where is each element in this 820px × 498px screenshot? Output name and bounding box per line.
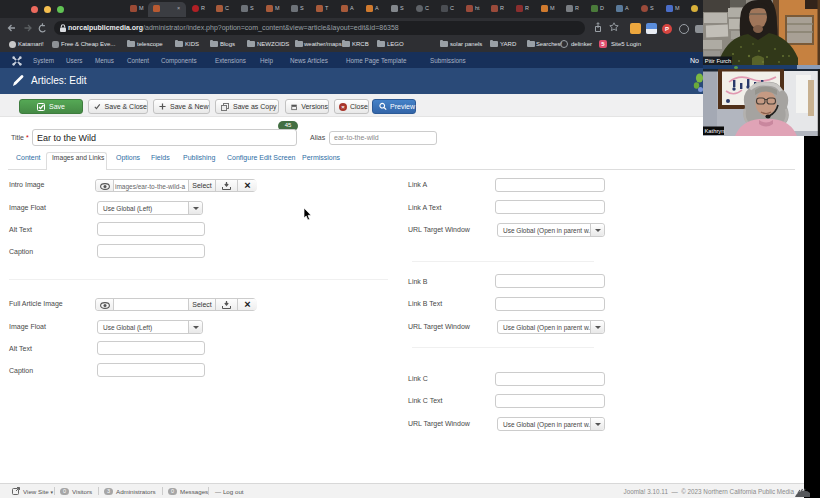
svg-text:Pitir Furch: Pitir Furch <box>705 58 731 64</box>
svg-text:Kathryn: Kathryn <box>705 128 725 134</box>
